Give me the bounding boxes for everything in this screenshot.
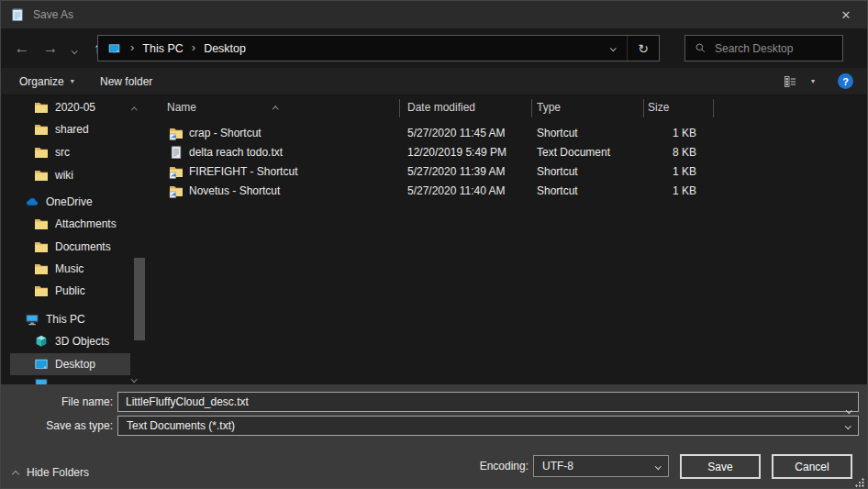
file-row-firefight-shortcut[interactable]: FIREFIGHT - Shortcut 5/27/2020 11:39 AM … xyxy=(153,162,860,182)
encoding-value: UTF-8 xyxy=(542,460,573,472)
chevron-down-icon xyxy=(72,48,77,53)
save-as-type-select[interactable]: Text Documents (*.txt) xyxy=(117,416,859,436)
organize-button[interactable]: Organize ▾ xyxy=(19,68,74,94)
shortcut-folder-icon xyxy=(169,126,184,140)
file-row-crap-shortcut[interactable]: crap - Shortcut 5/27/2020 11:45 AM Short… xyxy=(153,124,860,143)
sidebar-item-wiki[interactable]: wiki xyxy=(1,164,153,186)
file-size: 1 KB xyxy=(612,182,696,201)
computer-icon xyxy=(25,312,39,327)
cancel-button[interactable]: Cancel xyxy=(772,454,852,479)
chevron-down-icon: ▾ xyxy=(811,77,815,85)
file-date-modified: 5/27/2020 11:39 AM xyxy=(407,162,506,182)
shortcut-folder-icon xyxy=(169,164,184,179)
column-divider[interactable] xyxy=(643,99,644,117)
resize-grip[interactable] xyxy=(855,478,864,487)
file-type: Text Document xyxy=(537,143,610,162)
breadcrumb-separator-icon: › xyxy=(192,41,195,55)
sidebar-item-3d-objects[interactable]: 3D Objects xyxy=(1,330,153,352)
file-name: FIREFIGHT - Shortcut xyxy=(189,162,297,182)
sort-ascending-icon xyxy=(273,98,278,115)
folder-icon xyxy=(34,261,49,276)
save-as-type-label: Save as type: xyxy=(1,416,113,436)
sidebar-scroll-down-button[interactable] xyxy=(132,368,137,384)
file-name-input[interactable] xyxy=(117,392,859,412)
new-folder-button[interactable]: New folder xyxy=(100,68,152,94)
column-header-name[interactable]: Name xyxy=(167,95,196,120)
sidebar-item-music[interactable]: Music xyxy=(1,258,153,280)
folder-icon xyxy=(34,239,49,254)
column-divider[interactable] xyxy=(713,99,714,117)
search-input[interactable] xyxy=(715,42,829,55)
file-name-dropdown-icon[interactable] xyxy=(847,399,851,416)
breadcrumb-this-pc[interactable]: This PC xyxy=(142,42,183,55)
sidebar-item-label: This PC xyxy=(46,313,85,326)
column-header-type[interactable]: Type xyxy=(537,95,561,120)
sidebar-item-shared[interactable]: shared xyxy=(1,118,153,140)
breadcrumb-desktop[interactable]: Desktop xyxy=(204,42,246,55)
back-button[interactable]: ← xyxy=(13,39,31,58)
details-view-icon xyxy=(783,74,797,89)
chevron-down-icon xyxy=(131,376,137,382)
main-area: 2020-05 shared src wiki OneDrive Attachm… xyxy=(1,95,867,384)
onedrive-cloud-icon xyxy=(25,194,39,209)
sidebar-item-documents[interactable]: Documents xyxy=(1,236,153,258)
file-name: Novetus - Shortcut xyxy=(189,182,280,201)
column-divider[interactable] xyxy=(399,99,400,117)
bottom-panel: File name: Save as type: Text Documents … xyxy=(1,384,867,489)
sidebar-item-src[interactable]: src xyxy=(1,141,153,163)
refresh-button[interactable]: ↻ xyxy=(628,36,659,61)
file-type: Shortcut xyxy=(537,182,578,201)
notepad-app-icon xyxy=(10,7,25,22)
close-button[interactable]: ✕ xyxy=(825,1,867,28)
sidebar-item-onedrive[interactable]: OneDrive xyxy=(1,191,153,213)
folder-icon xyxy=(34,217,49,231)
recent-locations-button[interactable] xyxy=(67,40,82,57)
sidebar-scrollbar-thumb[interactable] xyxy=(134,258,145,340)
sidebar-item-label: src xyxy=(55,146,70,159)
column-header-date-modified[interactable]: Date modified xyxy=(407,95,475,120)
forward-button[interactable]: → xyxy=(41,39,60,58)
chevron-down-icon xyxy=(845,423,851,428)
help-button[interactable]: ? xyxy=(838,68,853,94)
hide-folders-button[interactable]: Hide Folders xyxy=(13,462,89,483)
address-dropdown-button[interactable] xyxy=(599,36,628,61)
chevron-down-icon xyxy=(655,463,661,469)
chevron-up-icon xyxy=(12,470,19,477)
help-icon: ? xyxy=(838,73,853,89)
command-toolbar: Organize ▾ New folder ▾ ? xyxy=(1,68,867,95)
sidebar-item-2020-05[interactable]: 2020-05 xyxy=(1,96,153,118)
column-header-size[interactable]: Size xyxy=(648,95,669,120)
file-row-novetus-shortcut[interactable]: Novetus - Shortcut 5/27/2020 11:40 AM Sh… xyxy=(153,182,860,201)
column-divider[interactable] xyxy=(531,99,532,117)
view-details-button[interactable] xyxy=(783,68,797,94)
sidebar-item-this-pc[interactable]: This PC xyxy=(1,308,153,330)
sidebar-item-desktop[interactable]: Desktop xyxy=(1,353,153,375)
desktop-location-icon xyxy=(106,42,122,55)
folder-icon xyxy=(34,122,49,137)
folder-icon xyxy=(34,168,49,183)
address-bar[interactable]: › This PC › Desktop ↻ xyxy=(97,35,660,61)
sidebar-item-label: Public xyxy=(55,284,85,297)
file-list: Name Date modified Type Size crap - Shor… xyxy=(153,95,867,384)
save-button[interactable]: Save xyxy=(680,454,761,479)
sidebar-item-label: Attachments xyxy=(55,217,117,230)
sidebar-item-label: wiki xyxy=(55,169,73,182)
file-size: 8 KB xyxy=(612,143,696,162)
sidebar-item-partial-icon xyxy=(34,376,49,384)
file-row-delta-reach-todo[interactable]: delta reach todo.txt 12/20/2019 5:49 PM … xyxy=(153,143,860,162)
encoding-select[interactable]: UTF-8 xyxy=(533,455,669,477)
address-bar-controls: ↻ xyxy=(599,36,659,61)
organize-label: Organize xyxy=(19,75,64,88)
sidebar-item-public[interactable]: Public xyxy=(1,280,153,302)
folder-icon xyxy=(34,100,49,115)
sidebar-scroll-up-button[interactable] xyxy=(132,99,137,116)
search-box[interactable] xyxy=(684,35,843,61)
view-options-button[interactable]: ▾ xyxy=(811,68,815,94)
window-title: Save As xyxy=(33,8,73,21)
sidebar-item-label: Desktop xyxy=(55,358,95,371)
sidebar-item-label: shared xyxy=(55,123,89,136)
chevron-down-icon: ▾ xyxy=(71,77,74,85)
file-date-modified: 5/27/2020 11:40 AM xyxy=(407,182,506,201)
sidebar-item-attachments[interactable]: Attachments xyxy=(1,213,153,235)
file-type: Shortcut xyxy=(537,124,578,143)
